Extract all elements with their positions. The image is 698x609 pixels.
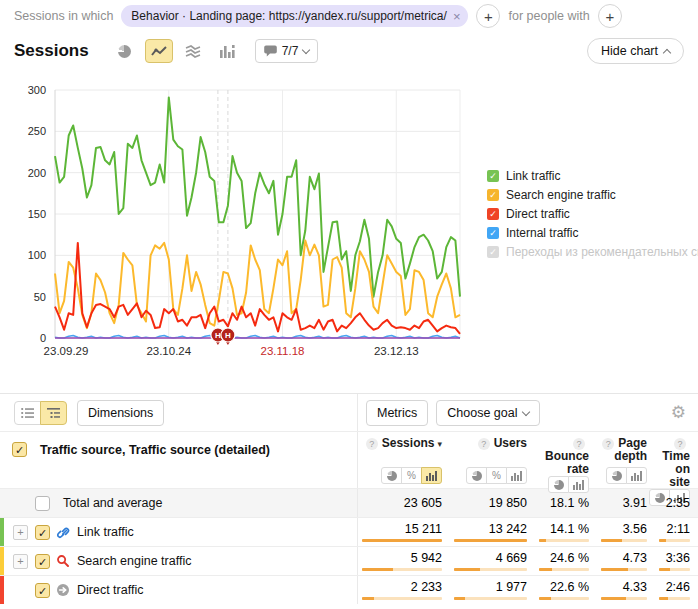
tree-view-button[interactable] [40, 401, 67, 425]
svg-text:0: 0 [40, 332, 46, 344]
plus-icon: + [484, 8, 493, 25]
table-row-direct-traffic: ✓ Direct traffic 2 233 1 977 22.6 % 4.33… [0, 575, 698, 604]
column-header-page-depth[interactable]: ?Page depth [597, 437, 647, 463]
row-label-cell: ✓ Direct traffic [0, 576, 358, 604]
sessions-percent-toggle[interactable]: % [401, 467, 422, 484]
svg-text:100: 100 [28, 249, 46, 261]
close-icon[interactable]: × [453, 9, 461, 24]
users-percent-toggle[interactable]: % [486, 467, 507, 484]
annotations-count: 7/7 [282, 44, 299, 58]
depth-value: 4.33 [623, 580, 647, 594]
row-checkbox[interactable]: ✓ [35, 525, 50, 540]
page-title: Sessions [14, 41, 89, 61]
add-people-filter-button[interactable]: + [598, 4, 622, 28]
svg-text:150: 150 [28, 208, 46, 220]
chart-type-columns-button[interactable] [213, 39, 241, 63]
row-checkbox[interactable] [35, 496, 50, 511]
svg-text:H: H [225, 331, 231, 340]
direct-traffic-icon [56, 583, 70, 597]
flat-list-view-button[interactable] [14, 401, 41, 425]
plus-icon: + [605, 8, 614, 25]
metric-bar [659, 568, 690, 571]
legend-label: Link traffic [506, 169, 560, 183]
bounce-value: 14.1 % [550, 522, 589, 536]
legend-item-direct-traffic[interactable]: ✓ Direct traffic [487, 204, 698, 223]
column-bounce-rate: ?Bounce rate [535, 432, 597, 488]
help-icon[interactable]: ? [602, 438, 614, 450]
expand-button[interactable]: + [13, 554, 28, 569]
column-header-users[interactable]: ?Users [478, 437, 527, 450]
legend-item-link-traffic[interactable]: ✓ Link traffic [487, 166, 698, 185]
row-values: 5 942 4 669 24.6 % 4.73 3:36 [358, 547, 698, 575]
sessions-pie-toggle[interactable] [381, 467, 402, 484]
link-traffic-icon [56, 525, 70, 539]
metric-bar [601, 568, 647, 571]
depth-display-toggles [606, 467, 647, 484]
chart-type-pie-button[interactable] [111, 39, 139, 63]
metric-bar [659, 539, 690, 542]
segment-chip[interactable]: Behavior · Landing page: https://yandex.… [121, 5, 468, 27]
column-header-sessions[interactable]: ?Sessions▾ [366, 437, 442, 451]
table-header: ✓ Traffic source, Traffic source (detail… [0, 431, 698, 488]
metrics-button[interactable]: Metrics [366, 400, 428, 426]
svg-text:250: 250 [28, 125, 46, 137]
column-sessions: ?Sessions▾ % [358, 432, 450, 488]
tree-view-icon [46, 406, 61, 420]
dimension-title: Traffic source, Traffic source (detailed… [40, 443, 270, 457]
pie-icon [387, 471, 397, 481]
chart-header: Sessions 7/7 Hide chart [0, 32, 698, 70]
expand-button[interactable]: + [13, 525, 28, 540]
legend-label: Переходы из рекомендательных систем [506, 245, 698, 259]
dimension-header: ✓ Traffic source, Traffic source (detail… [0, 432, 358, 488]
chart-type-line-button[interactable] [145, 39, 173, 63]
depth-pie-toggle[interactable] [606, 467, 627, 484]
svg-text:23.09.29: 23.09.29 [44, 345, 89, 357]
add-segment-button[interactable]: + [476, 4, 500, 28]
row-label[interactable]: Link traffic [77, 525, 134, 539]
gear-icon[interactable]: ⚙ [671, 404, 686, 421]
time-value: 2:35 [666, 496, 690, 510]
svg-text:300: 300 [28, 84, 46, 96]
users-bars-toggle[interactable] [506, 467, 527, 484]
help-icon[interactable]: ? [478, 438, 490, 450]
bounce-value: 22.6 % [550, 580, 589, 594]
bars-icon [511, 471, 522, 481]
legend-item-internal-traffic[interactable]: ✓ Internal traffic [487, 223, 698, 242]
row-checkbox[interactable]: ✓ [35, 554, 50, 569]
depth-bars-toggle[interactable] [626, 467, 647, 484]
column-time-on-site: ?Time on site [655, 432, 698, 488]
column-users: ?Users % [450, 432, 535, 488]
sessions-value: 2 233 [411, 580, 442, 594]
users-value: 19 850 [489, 496, 527, 510]
sessions-bars-toggle[interactable] [421, 467, 442, 484]
pie-icon [554, 480, 564, 490]
pie-icon [472, 471, 482, 481]
legend-item-recommendation-systems[interactable]: ✓ Переходы из рекомендательных систем [487, 242, 698, 261]
chart-type-stacked-button[interactable] [179, 39, 207, 63]
choose-goal-dropdown[interactable]: Choose goal [436, 400, 540, 426]
metric-bar [539, 597, 589, 600]
table-row-link-traffic: + ✓ Link traffic 15 211 13 242 14.1 % 3.… [0, 517, 698, 546]
dimensions-button[interactable]: Dimensions [77, 400, 164, 426]
bars-icon [573, 480, 584, 490]
hide-chart-button[interactable]: Hide chart [587, 38, 684, 64]
annotations-dropdown[interactable]: 7/7 [255, 39, 319, 63]
checkbox-icon: ✓ [487, 246, 499, 258]
column-header-bounce-rate[interactable]: ?Bounce rate [535, 437, 589, 476]
users-pie-toggle[interactable] [466, 467, 487, 484]
column-header-time-on-site[interactable]: ?Time on site [655, 437, 690, 489]
legend-item-search-traffic[interactable]: ✓ Search engine traffic [487, 185, 698, 204]
row-checkbox[interactable]: ✓ [35, 583, 50, 598]
metric-bar [454, 568, 527, 571]
row-label-cell: Total and average [0, 489, 358, 517]
search-engine-icon [56, 554, 70, 568]
select-all-checkbox[interactable]: ✓ [12, 442, 27, 457]
sessions-value: 5 942 [411, 551, 442, 565]
row-color-strip [0, 547, 4, 575]
row-label[interactable]: Search engine traffic [77, 554, 191, 568]
row-label[interactable]: Direct traffic [77, 583, 143, 597]
help-icon[interactable]: ? [366, 438, 378, 450]
metric-bar [454, 597, 527, 600]
sessions-value: 23 605 [404, 496, 442, 510]
sessions-chart-area: 05010015020025030023.09.2923.10.2423.11.… [0, 70, 698, 393]
